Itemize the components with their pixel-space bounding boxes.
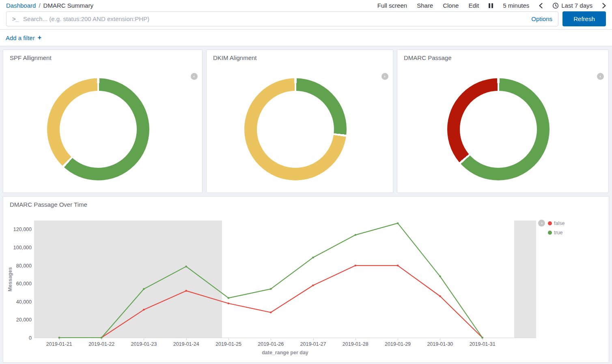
data-point-false[interactable]	[270, 311, 272, 313]
line-chart-svg	[34, 221, 536, 338]
x-tick-label: 2019-01-21	[46, 341, 72, 347]
legend-item-true[interactable]: true	[548, 230, 565, 236]
add-filter-link[interactable]: Add a filter	[6, 34, 35, 41]
x-tick-label: 2019-01-28	[343, 341, 368, 347]
data-point-false[interactable]	[397, 265, 399, 267]
legend-dot-icon	[548, 231, 552, 235]
x-tick-label: 2019-01-29	[385, 341, 411, 347]
pause-icon[interactable]	[489, 3, 493, 8]
spf-donut-chart[interactable]	[47, 78, 149, 180]
x-tick-label: 2019-01-27	[300, 341, 326, 347]
chevron-left-icon	[539, 3, 543, 9]
top-chrome: Dashboard / DMARC Summary Full screen Sh…	[0, 0, 612, 30]
y-tick-label: 0	[29, 335, 32, 341]
data-point-true[interactable]	[312, 257, 314, 259]
x-tick-mark	[59, 338, 60, 340]
query-bar: >_ Options Refresh	[0, 11, 612, 29]
legend-label: false	[554, 221, 565, 226]
full-screen-button[interactable]: Full screen	[377, 2, 407, 9]
query-options-link[interactable]: Options	[531, 15, 552, 22]
dmarc-donut-chart[interactable]	[447, 78, 550, 180]
clone-button[interactable]: Clone	[443, 2, 459, 9]
donut-row: SPF Allignment ‹ DKIM Alignment ‹ DMARC …	[3, 49, 609, 193]
y-tick-label: 20,000	[16, 317, 32, 323]
breadcrumb-separator: /	[39, 2, 40, 9]
data-point-false[interactable]	[228, 302, 230, 304]
data-point-false[interactable]	[355, 265, 357, 267]
legend-label: true	[554, 230, 563, 236]
refresh-interval-button[interactable]: 5 minutes	[503, 2, 529, 9]
panel-title-dkim: DKIM Alignment	[207, 50, 393, 66]
panel-dkim-alignment: DKIM Alignment ‹	[206, 49, 393, 193]
y-tick-label: 40,000	[16, 299, 32, 305]
edit-button[interactable]: Edit	[468, 2, 479, 9]
breadcrumb-dashboard-link[interactable]: Dashboard	[6, 2, 36, 9]
page-title: DMARC Summary	[43, 2, 93, 9]
x-tick-mark	[101, 338, 102, 340]
y-tick-label: 80,000	[16, 263, 32, 269]
data-point-true[interactable]	[143, 288, 145, 290]
x-axis-title: date_range per day	[34, 350, 536, 355]
donut-hole	[460, 91, 537, 168]
navbar: Dashboard / DMARC Summary Full screen Sh…	[0, 0, 612, 11]
chart-legend: › falsetrue	[538, 220, 565, 236]
legend-collapse-icon[interactable]: ‹	[191, 73, 198, 80]
data-point-true[interactable]	[397, 222, 399, 224]
data-point-false[interactable]	[312, 285, 314, 287]
search-box: >_ Options	[6, 11, 558, 26]
search-input[interactable]	[23, 15, 526, 22]
x-tick-mark	[398, 338, 398, 340]
legend-items: falsetrue	[548, 220, 565, 236]
y-tick-label: 120,000	[13, 227, 32, 232]
x-tick-mark	[228, 338, 229, 340]
data-point-false[interactable]	[439, 295, 441, 297]
x-tick-label: 2019-01-23	[131, 341, 157, 347]
x-tick-mark	[356, 338, 356, 340]
data-point-true[interactable]	[355, 234, 357, 236]
data-point-true[interactable]	[228, 297, 230, 299]
panel-title-dmarc: DMARC Passage	[397, 50, 608, 66]
x-tick-label: 2019-01-30	[427, 341, 453, 347]
dashboard-menu: Full screen Share Clone Edit 5 minutes L…	[377, 2, 606, 9]
filter-bar: Add a filter +	[0, 30, 612, 46]
y-tick-label: 100,000	[13, 245, 32, 251]
time-range-label: Last 7 days	[561, 2, 593, 9]
y-axis: 020,00040,00060,00080,000100,000120,000	[3, 221, 32, 338]
data-point-false[interactable]	[143, 309, 145, 311]
x-tick-mark	[483, 338, 483, 340]
line-chart-plot	[34, 221, 536, 338]
donut-hole	[60, 91, 137, 168]
x-tick-mark	[313, 338, 314, 340]
data-point-true[interactable]	[185, 266, 187, 268]
data-point-true[interactable]	[439, 276, 441, 278]
legend-collapse-icon[interactable]: ‹	[381, 73, 388, 80]
breadcrumb: Dashboard / DMARC Summary	[6, 2, 93, 9]
legend-collapse-icon[interactable]: ‹	[597, 73, 604, 80]
data-point-true[interactable]	[270, 288, 272, 290]
plus-icon[interactable]: +	[38, 34, 41, 41]
legend-toggle-icon[interactable]: ›	[538, 220, 545, 227]
x-tick-label: 2019-01-26	[258, 341, 284, 347]
refresh-button[interactable]: Refresh	[562, 11, 606, 26]
x-tick-label: 2019-01-25	[215, 341, 241, 347]
clock-icon	[552, 2, 559, 9]
time-range-picker[interactable]: Last 7 days	[552, 2, 593, 9]
x-tick-mark	[186, 338, 187, 340]
x-tick-label: 2019-01-24	[173, 341, 199, 347]
chevron-right-icon	[602, 3, 606, 9]
panel-spf-alignment: SPF Allignment ‹	[3, 49, 203, 193]
y-tick-label: 60,000	[16, 281, 32, 287]
time-range-prev-button[interactable]	[539, 3, 543, 9]
x-tick-label: 2019-01-22	[88, 341, 114, 347]
time-range-next-button[interactable]	[602, 3, 606, 9]
panel-title-timeseries: DMARC Passage Over Time	[3, 197, 609, 212]
legend-dot-icon	[548, 221, 552, 225]
panel-dmarc-passage: DMARC Passage ‹	[397, 49, 609, 193]
share-button[interactable]: Share	[417, 2, 433, 9]
legend-item-false[interactable]: false	[548, 221, 565, 226]
x-tick-mark	[144, 338, 144, 340]
donut-hole	[257, 91, 334, 168]
dkim-donut-chart[interactable]	[244, 78, 347, 180]
data-point-false[interactable]	[185, 290, 187, 292]
x-tick-label: 2019-01-31	[470, 341, 496, 347]
